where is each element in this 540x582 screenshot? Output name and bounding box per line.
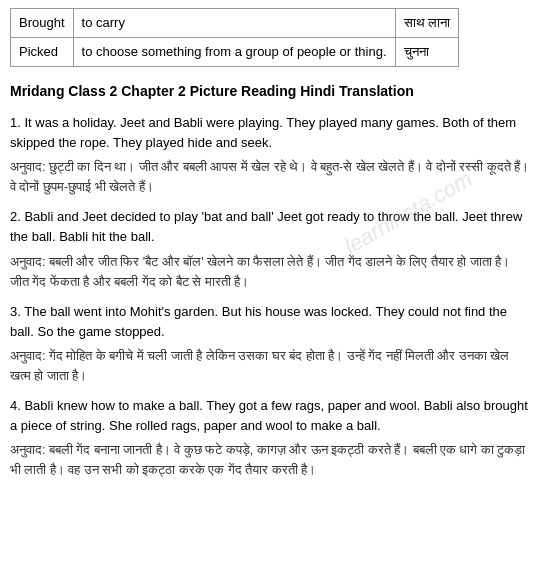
chapter-title: Mridang Class 2 Chapter 2 Picture Readin… [10, 81, 530, 103]
hindi-para-1: अनुवाद: छुट्टी का दिन था। जीत और बबली आप… [10, 157, 530, 197]
vocab-hindi: चुनना [395, 38, 459, 67]
section-1: 1. It was a holiday. Jeet and Babli were… [10, 113, 530, 197]
vocab-english: to carry [73, 9, 395, 38]
content-area: Mridang Class 2 Chapter 2 Picture Readin… [10, 81, 530, 480]
section-4: 4. Babli knew how to make a ball. They g… [10, 396, 530, 480]
vocab-table: Broughtto carryसाथ लानाPickedto choose s… [10, 8, 459, 67]
hindi-para-4: अनुवाद: बबली गेंद बनाना जानती है। वे कुछ… [10, 440, 530, 480]
hindi-para-2: अनुवाद: बबली और जीत फिर 'बैट और बॉल' खेल… [10, 252, 530, 292]
hindi-para-3: अनुवाद: गेंद मोहित के बगीचे में चली जाती… [10, 346, 530, 386]
table-row: Pickedto choose something from a group o… [11, 38, 459, 67]
english-para-3: 3. The ball went into Mohit's garden. Bu… [10, 302, 530, 342]
english-para-4: 4. Babli knew how to make a ball. They g… [10, 396, 530, 436]
vocab-english: to choose something from a group of peop… [73, 38, 395, 67]
english-para-2: 2. Babli and Jeet decided to play 'bat a… [10, 207, 530, 247]
vocab-word: Brought [11, 9, 74, 38]
table-row: Broughtto carryसाथ लाना [11, 9, 459, 38]
vocab-word: Picked [11, 38, 74, 67]
section-2: 2. Babli and Jeet decided to play 'bat a… [10, 207, 530, 291]
section-3: 3. The ball went into Mohit's garden. Bu… [10, 302, 530, 386]
vocab-hindi: साथ लाना [395, 9, 459, 38]
english-para-1: 1. It was a holiday. Jeet and Babli were… [10, 113, 530, 153]
